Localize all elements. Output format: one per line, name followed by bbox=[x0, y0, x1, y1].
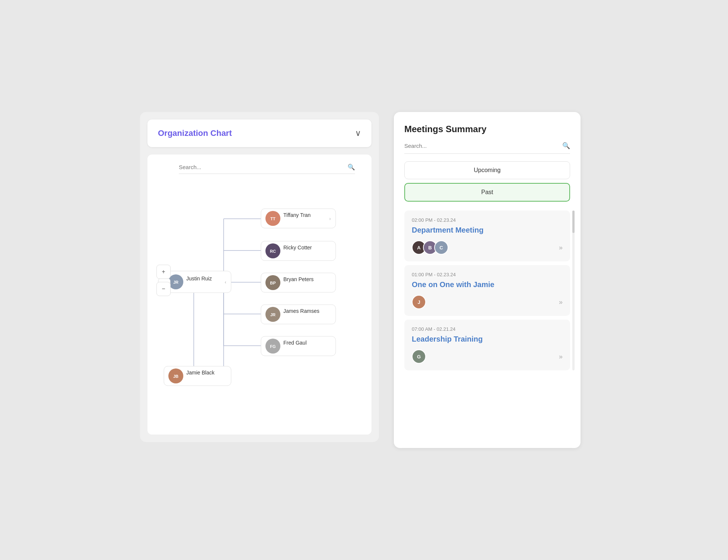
expand-meeting-icon[interactable]: » bbox=[559, 353, 563, 361]
svg-text:FG: FG bbox=[270, 344, 276, 349]
org-chart-title: Organization Chart bbox=[158, 128, 232, 138]
org-panel: Organization Chart ∨ 🔍 + − bbox=[140, 112, 379, 442]
meetings-search-icon: 🔍 bbox=[562, 142, 570, 150]
tab-upcoming[interactable]: Upcoming bbox=[404, 161, 570, 179]
meeting-card: 02:00 PM - 02.23.24 Department Meeting A… bbox=[404, 211, 570, 261]
zoom-controls: + − bbox=[156, 265, 171, 296]
org-search-icon: 🔍 bbox=[348, 164, 355, 171]
meeting-footer: A B C » bbox=[412, 240, 563, 255]
meeting-name: One on One with Jamie bbox=[412, 280, 563, 289]
org-search-input[interactable] bbox=[179, 164, 348, 170]
meeting-card: 07:00 AM - 02.21.24 Leadership Training … bbox=[404, 320, 570, 370]
chevron-down-icon[interactable]: ∨ bbox=[355, 128, 361, 138]
meetings-list: 02:00 PM - 02.23.24 Department Meeting A… bbox=[404, 211, 570, 370]
meeting-time: 07:00 AM - 02.21.24 bbox=[412, 326, 563, 332]
org-header: Organization Chart ∨ bbox=[147, 119, 371, 147]
org-search-bar: 🔍 bbox=[179, 164, 355, 174]
tab-buttons: Upcoming Past bbox=[404, 161, 570, 202]
meeting-card: 01:00 PM - 02.23.24 One on One with Jami… bbox=[404, 265, 570, 316]
svg-text:JB: JB bbox=[173, 374, 178, 379]
scroll-track bbox=[572, 211, 575, 370]
zoom-out-button[interactable]: − bbox=[156, 282, 171, 296]
meeting-time: 01:00 PM - 02.23.24 bbox=[412, 272, 563, 277]
expand-meeting-icon[interactable]: » bbox=[559, 298, 563, 306]
svg-text:James Ramses: James Ramses bbox=[283, 308, 319, 314]
svg-text:Fred Gaul: Fred Gaul bbox=[283, 340, 307, 346]
meeting-name: Department Meeting bbox=[412, 226, 563, 234]
meeting-avatar: C bbox=[434, 240, 448, 255]
svg-text:Justin Ruiz: Justin Ruiz bbox=[186, 276, 212, 281]
svg-text:›: › bbox=[329, 216, 331, 221]
svg-text:Ricky Cotter: Ricky Cotter bbox=[283, 245, 312, 251]
svg-text:‹: ‹ bbox=[225, 280, 226, 285]
svg-text:JR: JR bbox=[270, 312, 276, 317]
meetings-search-bar: 🔍 bbox=[404, 142, 570, 154]
meeting-time: 02:00 PM - 02.23.24 bbox=[412, 217, 563, 223]
meeting-avatars: A B C bbox=[412, 240, 445, 255]
svg-text:BP: BP bbox=[270, 281, 276, 285]
tab-past[interactable]: Past bbox=[404, 183, 570, 202]
meetings-panel: Meetings Summary 🔍 Upcoming Past 02:00 P… bbox=[394, 112, 581, 448]
meeting-avatar: G bbox=[412, 349, 426, 364]
meeting-avatars: G bbox=[412, 349, 423, 364]
meeting-avatar: J bbox=[412, 295, 426, 309]
meetings-search-input[interactable] bbox=[404, 143, 562, 149]
svg-text:Tiffany Tran: Tiffany Tran bbox=[283, 212, 311, 218]
svg-text:JR: JR bbox=[173, 280, 178, 284]
scroll-thumb bbox=[572, 211, 575, 233]
meeting-footer: J » bbox=[412, 295, 563, 309]
main-container: Organization Chart ∨ 🔍 + − bbox=[140, 112, 588, 448]
meeting-name: Leadership Training bbox=[412, 335, 563, 343]
meetings-summary-title: Meetings Summary bbox=[404, 124, 570, 134]
svg-text:RC: RC bbox=[270, 249, 276, 253]
meeting-footer: G » bbox=[412, 349, 563, 364]
expand-meeting-icon[interactable]: » bbox=[559, 244, 563, 252]
org-content: 🔍 + − bbox=[147, 155, 371, 435]
meeting-avatars: J bbox=[412, 295, 423, 309]
svg-text:Jamie Black: Jamie Black bbox=[186, 370, 215, 376]
svg-text:Bryan Peters: Bryan Peters bbox=[283, 276, 314, 282]
svg-text:TT: TT bbox=[270, 217, 276, 221]
org-chart-svg: JR Justin Ruiz ‹ TT Tiffany Tran › RC Ri… bbox=[156, 185, 365, 402]
zoom-in-button[interactable]: + bbox=[156, 265, 171, 279]
